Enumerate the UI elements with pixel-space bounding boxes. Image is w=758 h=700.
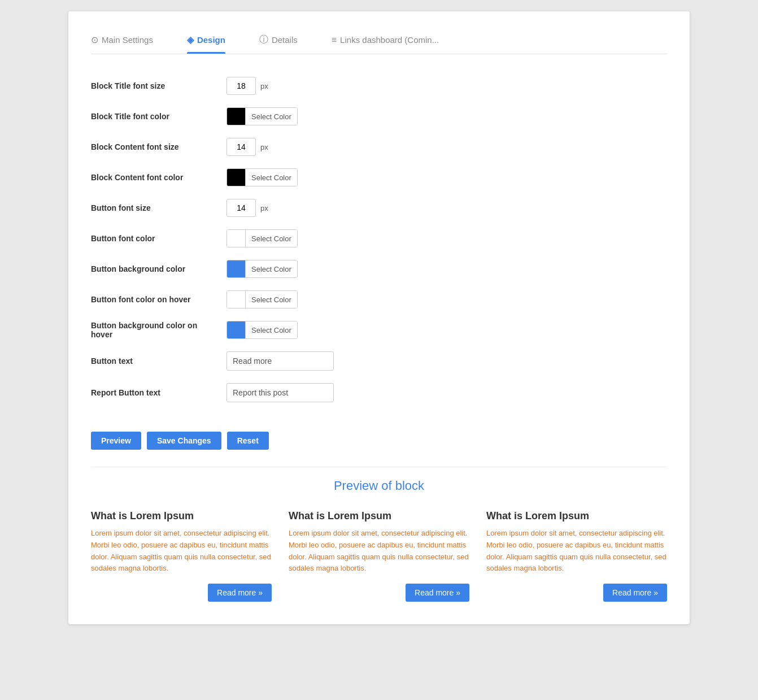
block-content-font-color-control: Select Color xyxy=(226,168,298,186)
button-bg-color-hover-control: Select Color xyxy=(226,321,298,339)
tab-design[interactable]: ◈ Design xyxy=(187,29,225,53)
block-title-font-size-label: Block Title font size xyxy=(91,81,215,90)
action-buttons: Preview Save Changes Reset xyxy=(91,432,667,450)
card-1-read-more-btn[interactable]: Read more » xyxy=(208,584,272,602)
details-icon: ⓘ xyxy=(259,34,268,46)
block-content-color-swatch xyxy=(227,168,245,186)
card-2-body: Lorem ipsum dolor sit amet, consectetur … xyxy=(289,528,469,575)
button-font-size-control: px xyxy=(226,199,268,217)
card-1-footer: Read more » xyxy=(91,584,272,602)
card-3-body: Lorem ipsum dolor sit amet, consectetur … xyxy=(486,528,667,575)
divider xyxy=(91,467,667,467)
button-text-label: Button text xyxy=(91,356,215,366)
block-title-font-color-control: Select Color xyxy=(226,107,298,125)
design-form: Block Title font size px Block Title fon… xyxy=(91,71,667,426)
preview-card-3: What is Lorem Ipsum Lorem ipsum dolor si… xyxy=(486,510,667,602)
block-title-font-size-input[interactable] xyxy=(226,77,256,95)
card-3-title: What is Lorem Ipsum xyxy=(486,510,667,522)
block-content-font-color-label: Block Content font color xyxy=(91,173,215,182)
preview-card-2: What is Lorem Ipsum Lorem ipsum dolor si… xyxy=(289,510,469,602)
button-font-select-color-label: Select Color xyxy=(245,230,297,247)
preview-cards: What is Lorem Ipsum Lorem ipsum dolor si… xyxy=(91,510,667,602)
design-icon: ◈ xyxy=(187,34,194,45)
block-content-font-size-row: Block Content font size px xyxy=(91,138,667,156)
report-button-text-control xyxy=(226,383,334,402)
tab-details[interactable]: ⓘ Details xyxy=(259,28,298,54)
tab-main-settings[interactable]: ⊙ Main Settings xyxy=(91,29,153,53)
main-settings-icon: ⊙ xyxy=(91,34,98,45)
card-2-read-more-btn[interactable]: Read more » xyxy=(406,584,469,602)
button-font-color-hover-label: Button font color on hover xyxy=(91,295,215,304)
block-content-font-color-row: Block Content font color Select Color xyxy=(91,168,667,186)
preview-title: Preview of block xyxy=(91,479,667,493)
button-font-color-hover-control: Select Color xyxy=(226,290,298,308)
button-font-size-unit: px xyxy=(260,204,268,212)
button-bg-color-label: Button background color xyxy=(91,264,215,273)
preview-button[interactable]: Preview xyxy=(91,432,141,450)
report-button-text-label: Report Button text xyxy=(91,388,215,397)
button-bg-hover-select-label: Select Color xyxy=(245,321,297,338)
button-text-row: Button text xyxy=(91,351,667,371)
button-font-color-label: Button font color xyxy=(91,234,215,243)
button-font-size-input[interactable] xyxy=(226,199,256,217)
preview-section: Preview of block What is Lorem Ipsum Lor… xyxy=(91,479,667,602)
button-text-control xyxy=(226,351,334,371)
links-icon: ≡ xyxy=(332,35,337,45)
block-title-select-color-label: Select Color xyxy=(245,108,297,125)
button-font-hover-select-label: Select Color xyxy=(245,291,297,308)
button-font-color-control: Select Color xyxy=(226,229,298,247)
block-title-color-swatch xyxy=(227,107,245,125)
button-font-hover-swatch xyxy=(227,290,245,308)
button-font-color-hover-row: Button font color on hover Select Color xyxy=(91,290,667,308)
block-title-font-color-btn[interactable]: Select Color xyxy=(226,107,298,125)
card-1-body: Lorem ipsum dolor sit amet, consectetur … xyxy=(91,528,272,575)
button-bg-color-swatch xyxy=(227,260,245,278)
report-button-text-input[interactable] xyxy=(226,383,334,402)
block-content-select-color-label: Select Color xyxy=(245,169,297,186)
save-changes-button[interactable]: Save Changes xyxy=(147,432,221,450)
button-text-input[interactable] xyxy=(226,351,334,371)
block-content-font-size-label: Block Content font size xyxy=(91,142,215,151)
button-bg-color-hover-row: Button background color on hover Select … xyxy=(91,321,667,339)
button-bg-hover-swatch xyxy=(227,321,245,339)
tab-links-dashboard[interactable]: ≡ Links dashboard (Comin... xyxy=(332,29,439,53)
button-bg-color-hover-label: Button background color on hover xyxy=(91,321,215,339)
button-bg-select-color-label: Select Color xyxy=(245,260,297,277)
button-font-size-row: Button font size px xyxy=(91,199,667,217)
card-2-title: What is Lorem Ipsum xyxy=(289,510,469,522)
report-button-text-row: Report Button text xyxy=(91,383,667,402)
button-bg-color-row: Button background color Select Color xyxy=(91,260,667,278)
block-content-font-size-input[interactable] xyxy=(226,138,256,156)
card-3-read-more-btn[interactable]: Read more » xyxy=(603,584,667,602)
button-bg-color-control: Select Color xyxy=(226,260,298,278)
card-3-footer: Read more » xyxy=(486,584,667,602)
block-title-font-size-row: Block Title font size px xyxy=(91,77,667,95)
main-container: ⊙ Main Settings ◈ Design ⓘ Details ≡ Lin… xyxy=(68,11,690,624)
card-1-title: What is Lorem Ipsum xyxy=(91,510,272,522)
tabs-bar: ⊙ Main Settings ◈ Design ⓘ Details ≡ Lin… xyxy=(91,28,667,54)
button-bg-color-btn[interactable]: Select Color xyxy=(226,260,298,278)
button-font-color-hover-btn[interactable]: Select Color xyxy=(226,290,298,308)
button-font-size-label: Button font size xyxy=(91,203,215,212)
card-2-footer: Read more » xyxy=(289,584,469,602)
block-title-font-color-row: Block Title font color Select Color xyxy=(91,107,667,125)
block-title-font-size-control: px xyxy=(226,77,268,95)
reset-button[interactable]: Reset xyxy=(227,432,269,450)
button-font-color-btn[interactable]: Select Color xyxy=(226,229,298,247)
button-bg-color-hover-btn[interactable]: Select Color xyxy=(226,321,298,339)
button-font-color-row: Button font color Select Color xyxy=(91,229,667,247)
block-content-font-size-control: px xyxy=(226,138,268,156)
block-title-font-size-unit: px xyxy=(260,82,268,90)
preview-card-1: What is Lorem Ipsum Lorem ipsum dolor si… xyxy=(91,510,272,602)
block-content-font-size-unit: px xyxy=(260,143,268,151)
button-font-color-swatch xyxy=(227,229,245,247)
block-title-font-color-label: Block Title font color xyxy=(91,112,215,121)
block-content-font-color-btn[interactable]: Select Color xyxy=(226,168,298,186)
